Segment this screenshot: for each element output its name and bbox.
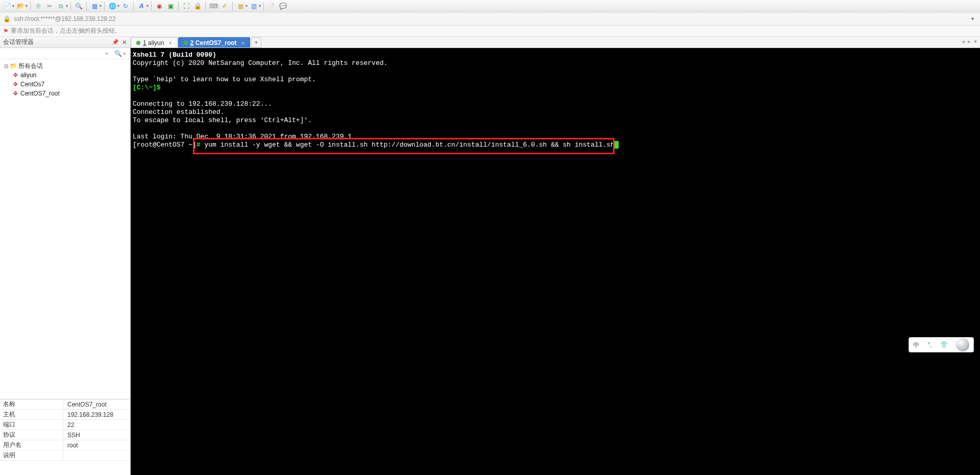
font-icon[interactable]: A	[136, 1, 146, 11]
session-item-aliyun[interactable]: ❖ aliyun	[0, 70, 130, 80]
pin-icon[interactable]: 📌	[112, 39, 119, 45]
tab-menu-icon[interactable]: ▾	[974, 38, 977, 45]
session-properties: 名称CentOS7_root 主机192.168.239.128 端口22 协议…	[0, 399, 130, 475]
cut-icon[interactable]: ✂	[44, 1, 55, 11]
tab-nav-arrows: ◂ ▸ ▾	[962, 38, 977, 45]
session-icon: ❖	[11, 81, 19, 88]
session-icon: ❖	[11, 72, 19, 79]
address-bar: 🔒 ssh://root:******@192.168.239.128:22 ▾	[0, 12, 980, 26]
address-text[interactable]: ssh://root:******@192.168.239.128:22	[14, 15, 965, 22]
ime-toolbar[interactable]: 中 °, 👕	[909, 337, 974, 352]
prop-row: 协议SSH	[0, 430, 130, 440]
status-dot-icon	[136, 41, 140, 45]
close-tab-icon[interactable]: ×	[241, 40, 244, 46]
ime-orb-icon[interactable]	[956, 338, 969, 351]
session-item-centos7-root[interactable]: ❖ CentOS7_root	[0, 89, 130, 98]
status-dot-icon	[184, 41, 188, 45]
lock-icon[interactable]: 🔒	[192, 1, 203, 11]
prop-row: 主机192.168.239.128	[0, 410, 130, 420]
new-tab-button[interactable]: +	[251, 37, 261, 48]
globe-icon[interactable]: 🌐	[107, 1, 117, 11]
search-icon[interactable]: 🔍	[74, 1, 84, 11]
add-icon[interactable]: ▦	[235, 1, 246, 11]
keyboard-icon[interactable]: ⌨	[208, 1, 218, 11]
reconnect-icon[interactable]: ↻	[120, 1, 131, 11]
record-icon[interactable]: ◉	[154, 1, 164, 11]
copy-session-icon[interactable]: ⎘	[33, 1, 43, 11]
help-icon[interactable]: ❔	[266, 1, 277, 11]
highlight-box	[193, 138, 615, 154]
close-panel-icon[interactable]: ✕	[122, 39, 127, 46]
new-icon[interactable]: 📄	[2, 1, 12, 11]
session-manager-panel: 会话管理器 📌 ✕ ⚬ 🔍⚬ ⊟ 📁 所有会话 ❖ aliyun ❖ CentO…	[0, 37, 131, 475]
play-icon[interactable]: ▣	[165, 1, 176, 11]
tab-aliyun[interactable]: 1 aliyun ×	[131, 37, 178, 48]
tab-next-icon[interactable]: ▸	[968, 38, 971, 45]
dropdown-icon[interactable]: ▾	[968, 16, 977, 21]
main-toolbar: 📄▾ 📂▾ ⎘ ✂ ⧉▾ 🔍 ▦▾ 🌐▾ ↻ A▾ ◉ ▣ ⛶ 🔒 ⌨ ✐ ▦▾…	[0, 0, 980, 12]
ime-punct[interactable]: °,	[927, 341, 932, 348]
prop-row: 名称CentOS7_root	[0, 399, 130, 410]
close-tab-icon[interactable]: ×	[168, 40, 172, 46]
flag-icon[interactable]: ⚑	[3, 28, 9, 35]
columns-icon[interactable]: ▥	[249, 1, 259, 11]
refresh-icon[interactable]: 🔍⚬	[114, 50, 127, 57]
folder-icon: 📁	[9, 62, 17, 69]
collapse-icon[interactable]: ⊟	[3, 63, 9, 69]
tab-prev-icon[interactable]: ◂	[962, 38, 965, 45]
hint-text: 要添加当前会话，点击左侧的箭头按钮。	[11, 27, 121, 35]
terminal[interactable]: Xshell 7 (Build 0090) Copyright (c) 2020…	[131, 48, 980, 475]
layout-icon[interactable]: ▦	[89, 1, 100, 11]
panel-header: 会话管理器 📌 ✕	[0, 37, 130, 48]
highlight-icon[interactable]: ✐	[219, 1, 230, 11]
tree-root[interactable]: ⊟ 📁 所有会话	[0, 61, 130, 70]
panel-toolbar: ⚬ 🔍⚬	[0, 48, 130, 59]
panel-title: 会话管理器	[3, 38, 34, 46]
ime-lang[interactable]: 中	[913, 341, 919, 349]
tab-bar: 1 aliyun × 2 CentOS7_root × + ◂ ▸ ▾	[131, 37, 980, 48]
content-area: 1 aliyun × 2 CentOS7_root × + ◂ ▸ ▾ Xshe…	[131, 37, 980, 475]
hint-bar: ⚑ 要添加当前会话，点击左侧的箭头按钮。	[0, 26, 980, 37]
open-icon[interactable]: 📂	[15, 1, 26, 11]
prop-row: 端口22	[0, 420, 130, 430]
fullscreen-icon[interactable]: ⛶	[181, 1, 191, 11]
prop-row: 用户名root	[0, 440, 130, 450]
session-icon: ❖	[11, 90, 19, 97]
ime-skin-icon[interactable]: 👕	[940, 341, 948, 348]
props-icon[interactable]: ⧉	[56, 1, 66, 11]
filter-icon[interactable]: ⚬	[104, 50, 109, 57]
prop-row: 说明	[0, 450, 130, 461]
session-tree: ⊟ 📁 所有会话 ❖ aliyun ❖ CentOs7 ❖ CentOS7_ro…	[0, 59, 130, 399]
chat-icon[interactable]: 💬	[278, 1, 288, 11]
tab-centos7-root[interactable]: 2 CentOS7_root ×	[178, 37, 250, 48]
lock-icon: 🔒	[3, 15, 11, 22]
session-item-centos7[interactable]: ❖ CentOs7	[0, 80, 130, 89]
cursor	[615, 141, 619, 149]
